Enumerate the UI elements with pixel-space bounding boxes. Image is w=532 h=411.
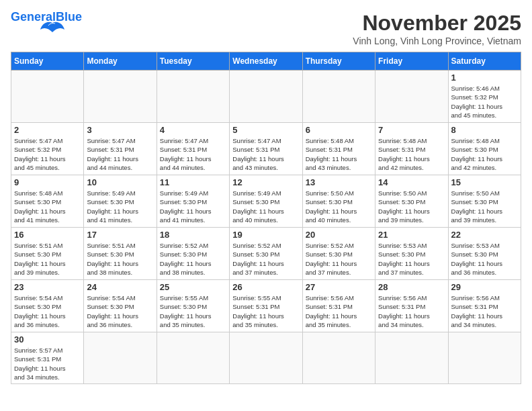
day-number: 12 bbox=[232, 177, 299, 187]
month-title: November 2025 bbox=[353, 11, 521, 36]
logo: GeneralBlue bbox=[11, 11, 82, 35]
day-info: Sunrise: 5:52 AM Sunset: 5:30 PM Dayligh… bbox=[306, 241, 372, 277]
day-header-wednesday: Wednesday bbox=[230, 52, 302, 71]
day-cell: 11Sunrise: 5:49 AM Sunset: 5:30 PM Dayli… bbox=[157, 175, 229, 228]
day-header-monday: Monday bbox=[84, 52, 157, 71]
day-info: Sunrise: 5:55 AM Sunset: 5:31 PM Dayligh… bbox=[232, 293, 299, 329]
day-cell: 29Sunrise: 5:56 AM Sunset: 5:31 PM Dayli… bbox=[448, 280, 521, 332]
day-cell: 19Sunrise: 5:52 AM Sunset: 5:30 PM Dayli… bbox=[230, 228, 302, 280]
week-row-3: 16Sunrise: 5:51 AM Sunset: 5:30 PM Dayli… bbox=[11, 228, 521, 280]
day-info: Sunrise: 5:51 AM Sunset: 5:30 PM Dayligh… bbox=[87, 241, 153, 277]
day-info: Sunrise: 5:51 AM Sunset: 5:30 PM Dayligh… bbox=[14, 241, 81, 277]
day-number: 16 bbox=[14, 230, 81, 240]
week-row-5: 30Sunrise: 5:57 AM Sunset: 5:31 PM Dayli… bbox=[11, 332, 521, 384]
day-cell: 9Sunrise: 5:48 AM Sunset: 5:30 PM Daylig… bbox=[11, 175, 84, 228]
day-cell: 6Sunrise: 5:48 AM Sunset: 5:31 PM Daylig… bbox=[302, 123, 375, 175]
day-info: Sunrise: 5:50 AM Sunset: 5:30 PM Dayligh… bbox=[451, 189, 518, 224]
day-info: Sunrise: 5:48 AM Sunset: 5:31 PM Dayligh… bbox=[378, 136, 445, 172]
day-info: Sunrise: 5:46 AM Sunset: 5:32 PM Dayligh… bbox=[451, 84, 518, 120]
day-number: 6 bbox=[306, 125, 372, 135]
day-info: Sunrise: 5:47 AM Sunset: 5:31 PM Dayligh… bbox=[87, 136, 153, 172]
day-cell: 24Sunrise: 5:54 AM Sunset: 5:30 PM Dayli… bbox=[84, 280, 157, 332]
day-info: Sunrise: 5:48 AM Sunset: 5:30 PM Dayligh… bbox=[14, 189, 81, 224]
day-cell: 27Sunrise: 5:56 AM Sunset: 5:31 PM Dayli… bbox=[302, 280, 375, 332]
day-cell: 1Sunrise: 5:46 AM Sunset: 5:32 PM Daylig… bbox=[448, 71, 521, 123]
day-info: Sunrise: 5:55 AM Sunset: 5:30 PM Dayligh… bbox=[160, 293, 226, 329]
day-cell: 22Sunrise: 5:53 AM Sunset: 5:30 PM Dayli… bbox=[448, 228, 521, 280]
day-info: Sunrise: 5:48 AM Sunset: 5:31 PM Dayligh… bbox=[306, 136, 372, 172]
day-cell bbox=[157, 332, 229, 384]
day-info: Sunrise: 5:50 AM Sunset: 5:30 PM Dayligh… bbox=[378, 189, 445, 224]
day-cell: 3Sunrise: 5:47 AM Sunset: 5:31 PM Daylig… bbox=[84, 123, 157, 175]
day-number: 13 bbox=[306, 177, 372, 187]
day-info: Sunrise: 5:52 AM Sunset: 5:30 PM Dayligh… bbox=[232, 241, 299, 277]
day-number: 29 bbox=[451, 282, 518, 292]
header: GeneralBlue November 2025 Vinh Long, Vin… bbox=[11, 11, 521, 46]
day-number: 24 bbox=[87, 282, 153, 292]
day-cell bbox=[230, 332, 302, 384]
week-row-2: 9Sunrise: 5:48 AM Sunset: 5:30 PM Daylig… bbox=[11, 175, 521, 228]
day-number: 25 bbox=[160, 282, 226, 292]
day-number: 22 bbox=[451, 230, 518, 240]
day-number: 21 bbox=[378, 230, 445, 240]
day-cell: 23Sunrise: 5:54 AM Sunset: 5:30 PM Dayli… bbox=[11, 280, 84, 332]
week-row-1: 2Sunrise: 5:47 AM Sunset: 5:32 PM Daylig… bbox=[11, 123, 521, 175]
week-row-4: 23Sunrise: 5:54 AM Sunset: 5:30 PM Dayli… bbox=[11, 280, 521, 332]
day-info: Sunrise: 5:56 AM Sunset: 5:31 PM Dayligh… bbox=[451, 293, 518, 329]
day-info: Sunrise: 5:47 AM Sunset: 5:31 PM Dayligh… bbox=[160, 136, 226, 172]
day-cell: 21Sunrise: 5:53 AM Sunset: 5:30 PM Dayli… bbox=[375, 228, 448, 280]
day-info: Sunrise: 5:54 AM Sunset: 5:30 PM Dayligh… bbox=[87, 293, 153, 329]
day-number: 5 bbox=[232, 125, 299, 135]
day-cell bbox=[230, 71, 302, 123]
day-number: 14 bbox=[378, 177, 445, 187]
day-info: Sunrise: 5:49 AM Sunset: 5:30 PM Dayligh… bbox=[87, 189, 153, 224]
day-info: Sunrise: 5:47 AM Sunset: 5:32 PM Dayligh… bbox=[14, 136, 81, 172]
day-number: 10 bbox=[87, 177, 153, 187]
day-info: Sunrise: 5:52 AM Sunset: 5:30 PM Dayligh… bbox=[160, 241, 226, 277]
day-number: 28 bbox=[378, 282, 445, 292]
day-cell: 13Sunrise: 5:50 AM Sunset: 5:30 PM Dayli… bbox=[302, 175, 375, 228]
day-number: 26 bbox=[232, 282, 299, 292]
day-info: Sunrise: 5:56 AM Sunset: 5:31 PM Dayligh… bbox=[306, 293, 372, 329]
day-header-saturday: Saturday bbox=[448, 52, 521, 71]
day-number: 4 bbox=[160, 125, 226, 135]
day-cell bbox=[448, 332, 521, 384]
day-number: 11 bbox=[160, 177, 226, 187]
day-number: 30 bbox=[14, 334, 81, 345]
day-cell bbox=[157, 71, 229, 123]
day-cell: 16Sunrise: 5:51 AM Sunset: 5:30 PM Dayli… bbox=[11, 228, 84, 280]
day-number: 17 bbox=[87, 230, 153, 240]
day-header-thursday: Thursday bbox=[302, 52, 375, 71]
day-cell: 20Sunrise: 5:52 AM Sunset: 5:30 PM Dayli… bbox=[302, 228, 375, 280]
day-info: Sunrise: 5:50 AM Sunset: 5:30 PM Dayligh… bbox=[306, 189, 372, 224]
day-number: 3 bbox=[87, 125, 153, 135]
day-cell bbox=[11, 71, 84, 123]
day-cell bbox=[302, 71, 375, 123]
day-header-tuesday: Tuesday bbox=[157, 52, 229, 71]
day-cell bbox=[375, 71, 448, 123]
day-header-sunday: Sunday bbox=[11, 52, 84, 71]
day-info: Sunrise: 5:49 AM Sunset: 5:30 PM Dayligh… bbox=[232, 189, 299, 224]
day-info: Sunrise: 5:49 AM Sunset: 5:30 PM Dayligh… bbox=[160, 189, 226, 224]
title-area: November 2025 Vinh Long, Vinh Long Provi… bbox=[353, 11, 521, 46]
day-number: 27 bbox=[306, 282, 372, 292]
day-info: Sunrise: 5:47 AM Sunset: 5:31 PM Dayligh… bbox=[232, 136, 299, 172]
day-cell bbox=[375, 332, 448, 384]
day-cell: 25Sunrise: 5:55 AM Sunset: 5:30 PM Dayli… bbox=[157, 280, 229, 332]
day-number: 15 bbox=[451, 177, 518, 187]
day-cell: 14Sunrise: 5:50 AM Sunset: 5:30 PM Dayli… bbox=[375, 175, 448, 228]
day-info: Sunrise: 5:54 AM Sunset: 5:30 PM Dayligh… bbox=[14, 293, 81, 329]
day-header-friday: Friday bbox=[375, 52, 448, 71]
day-number: 2 bbox=[14, 125, 81, 135]
day-cell: 26Sunrise: 5:55 AM Sunset: 5:31 PM Dayli… bbox=[230, 280, 302, 332]
day-cell bbox=[84, 332, 157, 384]
day-cell: 5Sunrise: 5:47 AM Sunset: 5:31 PM Daylig… bbox=[230, 123, 302, 175]
calendar-body: 1Sunrise: 5:46 AM Sunset: 5:32 PM Daylig… bbox=[11, 71, 521, 384]
day-cell: 12Sunrise: 5:49 AM Sunset: 5:30 PM Dayli… bbox=[230, 175, 302, 228]
calendar-header-row: SundayMondayTuesdayWednesdayThursdayFrid… bbox=[11, 52, 521, 71]
logo-bird-icon bbox=[40, 20, 64, 35]
day-number: 18 bbox=[160, 230, 226, 240]
location-title: Vinh Long, Vinh Long Province, Vietnam bbox=[353, 36, 521, 46]
day-cell: 4Sunrise: 5:47 AM Sunset: 5:31 PM Daylig… bbox=[157, 123, 229, 175]
day-cell: 15Sunrise: 5:50 AM Sunset: 5:30 PM Dayli… bbox=[448, 175, 521, 228]
